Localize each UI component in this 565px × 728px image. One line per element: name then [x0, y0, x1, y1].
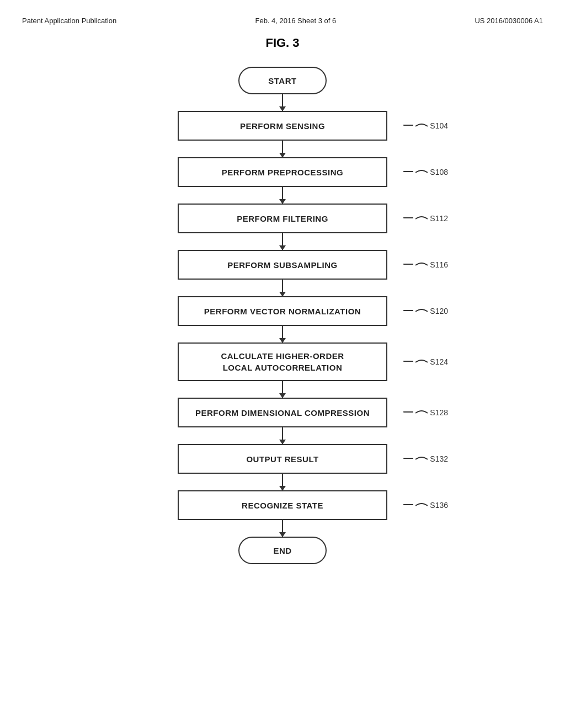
process-s108: PERFORM PREPROCESSING: [178, 157, 387, 187]
step-row-s128: PERFORM DIMENSIONAL COMPRESSION S128: [178, 398, 387, 427]
arrow-2: [282, 187, 283, 204]
step-row-s136: RECOGNIZE STATE S136: [178, 490, 387, 520]
end-label: END: [273, 546, 291, 555]
arrow-8: [282, 474, 283, 490]
step-label-s108: S108: [403, 166, 448, 179]
header-center: Feb. 4, 2016 Sheet 3 of 6: [255, 17, 336, 25]
step-num-s108: S108: [430, 168, 448, 176]
step-num-s136: S136: [430, 501, 448, 510]
step-label-s128: S128: [403, 406, 448, 419]
process-label-s104: PERFORM SENSING: [240, 121, 325, 131]
end-terminal: END: [238, 537, 327, 564]
step-num-s104: S104: [430, 121, 448, 130]
process-s104: PERFORM SENSING: [178, 111, 387, 141]
page: Patent Application Publication Feb. 4, 2…: [0, 0, 565, 728]
process-s112: PERFORM FILTERING: [178, 204, 387, 233]
arrow-5: [282, 326, 283, 342]
step-row-s108: PERFORM PREPROCESSING S108: [178, 157, 387, 187]
arrow-6: [282, 381, 283, 398]
process-label-s108: PERFORM PREPROCESSING: [222, 168, 344, 177]
step-label-s112: S112: [403, 212, 448, 225]
step-num-s128: S128: [430, 408, 448, 417]
step-row-s124: CALCULATE HIGHER-ORDER LOCAL AUTOCORRELA…: [178, 342, 387, 381]
process-label-s136: RECOGNIZE STATE: [242, 501, 323, 510]
process-label-s124-line1: CALCULATE HIGHER-ORDER: [221, 350, 344, 362]
arrow-9: [282, 520, 283, 537]
process-s136: RECOGNIZE STATE: [178, 490, 387, 520]
step-num-s112: S112: [430, 214, 448, 223]
step-num-s124: S124: [430, 357, 448, 366]
step-label-s104: S104: [403, 120, 448, 132]
start-label: START: [268, 76, 296, 85]
process-s132: OUTPUT RESULT: [178, 444, 387, 474]
start-terminal: START: [238, 67, 327, 94]
flowchart: START PERFORM SENSING S104 PERFORM PREPR…: [22, 67, 543, 564]
process-s120: PERFORM VECTOR NORMALIZATION: [178, 296, 387, 326]
process-label-s120: PERFORM VECTOR NORMALIZATION: [204, 307, 361, 316]
arrow-0: [282, 94, 283, 111]
step-row-s116: PERFORM SUBSAMPLING S116: [178, 250, 387, 280]
figure-title: FIG. 3: [22, 36, 543, 50]
step-num-s116: S116: [430, 260, 448, 269]
arrow-4: [282, 280, 283, 296]
step-label-s136: S136: [403, 499, 448, 512]
process-s116: PERFORM SUBSAMPLING: [178, 250, 387, 280]
process-s128: PERFORM DIMENSIONAL COMPRESSION: [178, 398, 387, 427]
step-row-s112: PERFORM FILTERING S112: [178, 204, 387, 233]
step-row-s120: PERFORM VECTOR NORMALIZATION S120: [178, 296, 387, 326]
header-left: Patent Application Publication: [22, 17, 116, 25]
step-num-s120: S120: [430, 307, 448, 315]
process-label-s112: PERFORM FILTERING: [237, 214, 328, 223]
header-right: US 2016/0030006 A1: [475, 17, 543, 25]
step-label-s124: S124: [403, 356, 448, 368]
arrow-1: [282, 141, 283, 157]
arrow-3: [282, 233, 283, 250]
process-label-s116: PERFORM SUBSAMPLING: [227, 260, 338, 270]
process-label-s124-line2: LOCAL AUTOCORRELATION: [223, 362, 343, 373]
step-row-s132: OUTPUT RESULT S132: [178, 444, 387, 474]
step-label-s120: S120: [403, 305, 448, 318]
step-num-s132: S132: [430, 454, 448, 463]
page-header: Patent Application Publication Feb. 4, 2…: [22, 17, 543, 25]
step-label-s116: S116: [403, 259, 448, 271]
process-s124: CALCULATE HIGHER-ORDER LOCAL AUTOCORRELA…: [178, 342, 387, 381]
process-label-s128: PERFORM DIMENSIONAL COMPRESSION: [195, 408, 370, 417]
process-label-s132: OUTPUT RESULT: [246, 454, 318, 464]
step-row-s104: PERFORM SENSING S104: [178, 111, 387, 141]
step-label-s132: S132: [403, 453, 448, 465]
arrow-7: [282, 427, 283, 444]
